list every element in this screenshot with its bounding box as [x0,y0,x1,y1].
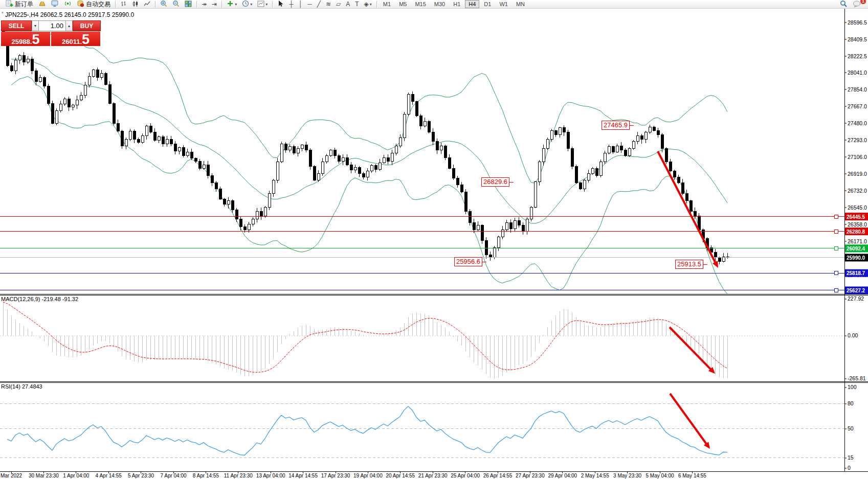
price-annotation-box[interactable]: 27465.9 [602,121,630,130]
timeframe-m15-button[interactable]: M15 [411,0,429,8]
trend-arrow[interactable] [658,151,718,268]
timeframe-h1-button[interactable]: H1 [450,0,464,8]
timeframe-m1-button[interactable]: M1 [380,0,394,8]
text-button[interactable]: A [344,0,352,9]
dropdown-caret-icon[interactable]: ▾ [235,2,237,7]
chart-canvas[interactable]: 28596.528409.528222.528041.027854.027667… [0,9,868,479]
line-handle[interactable] [834,230,838,233]
line-handle[interactable] [834,246,838,250]
candle [219,187,221,200]
signal-button[interactable] [62,0,74,9]
candle [644,131,647,143]
line-chart-button[interactable] [142,0,152,9]
crosshair-button[interactable]: ┼ [287,0,296,9]
auto-scroll-button[interactable]: ↠ [199,0,209,9]
toolbar-separator [115,1,116,8]
candle [182,145,185,157]
macd-pane[interactable] [0,302,844,379]
candle [440,143,442,154]
candle [166,136,168,147]
buy-price-display[interactable]: 26011.5 [51,32,100,46]
candle [297,146,299,156]
dropdown-caret-icon[interactable]: ▾ [370,2,372,7]
templates-button[interactable]: ▾ [255,0,270,9]
time-tick-label: 2 May 14:55 [581,473,609,478]
notifications-button[interactable]: 1 [851,0,863,9]
lot-size-input[interactable] [39,20,65,31]
candle [239,216,242,231]
time-tick-label: 11 Apr 23:30 [224,473,253,478]
candle [158,135,160,144]
candle [231,199,234,213]
timeframe-mn-button[interactable]: MN [513,0,528,8]
terminal-button[interactable] [49,0,61,9]
price-tick-label: 27480.0 [848,120,867,126]
timeframe-h4-button[interactable]: H4 [465,0,479,8]
candle [415,101,418,117]
fibonacci-button[interactable]: ≋ [324,0,333,9]
line-handle[interactable] [834,288,838,292]
candle [301,144,303,151]
text-label-button[interactable]: T [353,0,361,9]
bar-chart-button[interactable] [118,0,129,9]
candle [23,52,25,65]
main-price-pane[interactable] [2,28,729,294]
tile-windows-button[interactable] [183,0,194,9]
price-tick-label: 26545.0 [848,204,867,211]
gold-tool-button[interactable] [36,0,48,9]
zoom-in-button[interactable] [158,0,169,9]
periods-button[interactable]: ▾ [240,0,254,9]
candle [80,92,82,101]
sell-price-display[interactable]: 25988.5 [1,32,50,46]
lot-decrease-button[interactable]: ▾ [32,20,39,31]
line-handle[interactable] [834,271,838,275]
shapes-button[interactable]: ◈▾ [362,0,374,9]
horizontal-line-button[interactable]: ─ [305,0,314,9]
chart-shift-button[interactable]: ⇥ [210,0,219,9]
cursor-button[interactable] [275,0,286,9]
candle [276,158,279,183]
candle [374,164,377,172]
candle [608,145,610,154]
timeframe-w1-button[interactable]: W1 [496,0,511,8]
channel-button[interactable]: ▱ [334,0,343,9]
trend-arrow[interactable] [670,394,710,449]
candlestick-button[interactable] [130,0,141,9]
time-axis[interactable]: Mar 202230 Mar 23:301 Apr 04:004 Apr 14:… [1,471,706,478]
rsi-pane[interactable] [0,404,844,458]
sell-button[interactable]: SELL [1,20,32,31]
zoom-out-button[interactable] [170,0,182,9]
auto-trading-button[interactable]: 自动交易 [75,0,113,9]
candle [595,167,598,177]
time-tick-label: 4 Apr 14:55 [96,473,122,478]
dropdown-caret-icon[interactable]: ▾ [265,2,268,7]
sell-price-main: 25988 [12,38,30,45]
line-handle[interactable] [834,215,838,218]
new-order-button[interactable]: 新订单 [4,0,35,9]
candle [108,81,111,105]
price-tick-label: 26732.0 [848,188,867,194]
dropdown-caret-icon[interactable]: ▾ [250,2,252,7]
price-annotation-box[interactable]: 25913.5 [675,260,703,269]
candle [571,147,573,169]
search-button[interactable] [838,0,850,9]
price-annotation-box[interactable]: 25956.6 [454,257,482,266]
timeframe-d1-button[interactable]: D1 [480,0,495,8]
indicators-button[interactable]: ▾ [225,0,239,9]
candle [272,179,275,196]
indicators-icon [227,1,234,8]
candle [309,148,311,170]
vertical-line-button[interactable]: │ [297,0,305,9]
trendline-button[interactable]: ╱ [315,0,323,9]
candle [59,101,62,112]
toolbar: 新订单自动交易↠⇥▾▾▾┼│─╱≋▱AT◈▾M1M5M15M30H1H4D1W1… [0,0,868,9]
candle [141,133,144,144]
candle [325,154,328,163]
timeframe-m30-button[interactable]: M30 [431,0,449,8]
candle [485,237,487,259]
price-annotation-box[interactable]: 26829.6 [481,177,509,187]
lot-increase-button[interactable]: ▴ [65,20,73,31]
timeframe-m5-button[interactable]: M5 [395,0,410,8]
trend-arrow[interactable] [670,327,715,374]
buy-button[interactable]: BUY [73,20,101,31]
